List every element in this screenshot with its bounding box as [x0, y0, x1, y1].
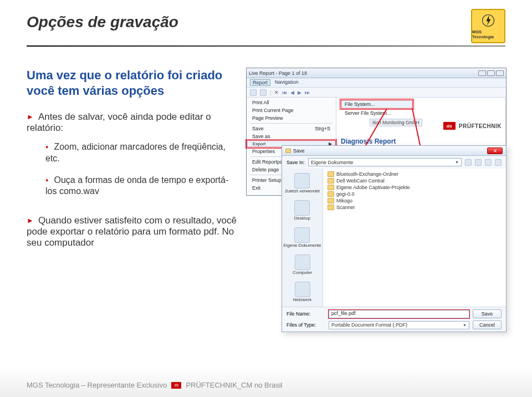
list-item[interactable]: Bluetooth-Exchange-Ordner [328, 171, 502, 177]
toolbar: | ✕ ⏮ ◀ ▶ ⏭ [247, 88, 506, 98]
list-item[interactable]: Dell WebCam Central [328, 177, 502, 184]
logo-label: MGS Tecnologia [472, 29, 504, 39]
list-item[interactable]: gegi-0.0 [328, 191, 502, 197]
footer: MGS Tecnologia – Representante Exclusivo… [27, 381, 505, 389]
print-icon[interactable] [250, 89, 257, 96]
places-network[interactable]: Netzwerk [293, 282, 311, 302]
window-title: Live Report - Page 1 of 18 [249, 70, 307, 76]
places-computer[interactable]: Computer [293, 255, 312, 275]
brand-name: PRÜFTECHNIK [459, 123, 502, 129]
folder-icon [285, 149, 291, 153]
save-dialog-title: Save [293, 148, 305, 154]
title-divider [27, 45, 505, 47]
menu-page-preview[interactable]: Page Preview [247, 114, 336, 122]
menu-print-current[interactable]: Print Current Page [247, 106, 336, 114]
filename-input[interactable]: pcf_file.pdf [329, 310, 469, 318]
computer-icon [295, 255, 310, 270]
places-documents[interactable]: Eigene Dokumente [283, 227, 321, 248]
footer-left: MGS Tecnologia – Representante Exclusivo [27, 381, 167, 389]
filename-label: File Name: [287, 311, 325, 317]
folder-icon [328, 185, 334, 190]
dialog-close-button[interactable]: ✕ [487, 147, 503, 154]
filetype-dropdown[interactable]: Portable Document Format (.PDF)▼ [329, 321, 469, 329]
mgs-logo: MGS Tecnologia [471, 9, 505, 43]
network-icon [295, 282, 310, 297]
folder-icon [328, 205, 334, 210]
footer-right: PRÜFTECHNIK_CM no Brasil [186, 381, 282, 389]
new-folder-icon[interactable] [485, 159, 492, 166]
submenu-file-system[interactable]: File System... [341, 100, 413, 109]
folder-icon [328, 191, 334, 197]
bullet-edit-before-save: Antes de salvar, você ainda pode editar … [27, 111, 237, 134]
folder-icon [328, 178, 334, 184]
folder-icon [328, 171, 334, 177]
menu-print-all[interactable]: Print All [247, 99, 336, 106]
recent-icon [294, 173, 310, 189]
nav-first-icon[interactable]: ⏮ [282, 90, 287, 95]
documents-icon [294, 227, 310, 243]
filetype-label: Files of Type: [287, 322, 325, 328]
save-icon[interactable] [260, 89, 267, 96]
db-logo-icon: db [443, 122, 456, 130]
nav-next-icon[interactable]: ▶ [298, 90, 301, 95]
list-item[interactable]: Scanner [328, 204, 502, 211]
subbullet-zoom: Zoom, adicionar marcadores de freqüência… [45, 141, 237, 165]
badge-monitoring: ition Monitoring GmbH [370, 119, 422, 126]
desktop-icon [294, 200, 310, 216]
save-dialog: Save ✕ Save In: Eigene Dokumente▼ Zuletz… [282, 145, 507, 332]
list-item[interactable]: Eigene Adobe Captivate-Projekte [328, 184, 502, 191]
page-title: Opções de gravação [27, 13, 178, 31]
up-folder-icon[interactable] [465, 159, 472, 166]
lead-heading: Uma vez que o relatório foi criado você … [27, 68, 237, 98]
savein-label: Save In: [287, 160, 305, 165]
window-minimize-button[interactable] [478, 70, 486, 76]
report-heading: Diagnosis Report [341, 138, 502, 145]
menu-save-as[interactable]: Save as [247, 133, 336, 140]
chevron-down-icon: ▼ [455, 160, 459, 164]
nav-prev-icon[interactable]: ◀ [290, 90, 294, 95]
menu-save[interactable]: SaveStrg+S [247, 125, 336, 133]
submenu-server-file-system[interactable]: Server File System... [341, 109, 413, 118]
bullet-export-pdf: Quando estiver satisfeito com o resultad… [27, 215, 237, 248]
menu-report[interactable]: Report [250, 79, 270, 86]
places-desktop[interactable]: Desktop [294, 200, 310, 221]
chevron-down-icon: ▼ [463, 323, 467, 327]
nav-last-icon[interactable]: ⏭ [305, 90, 310, 95]
places-recent[interactable]: Zuletzt verwendet [285, 173, 320, 194]
save-button[interactable]: Save [473, 309, 502, 318]
savein-dropdown[interactable]: Eigene Dokumente▼ [308, 158, 462, 166]
menu-navigation[interactable]: Navigation [275, 79, 299, 86]
folder-icon [328, 198, 334, 203]
subbullet-wav: Ouça a formas de onda de tempo e exportá… [45, 175, 237, 198]
nav-close-icon[interactable]: ✕ [274, 90, 279, 95]
home-icon[interactable] [475, 159, 482, 166]
list-view-icon[interactable] [495, 159, 502, 166]
db-logo-icon: db [171, 382, 181, 389]
lightning-gear-icon [480, 13, 496, 28]
folder-list: Bluetooth-Exchange-Ordner Dell WebCam Ce… [323, 169, 506, 307]
window-maximize-button[interactable] [487, 70, 495, 76]
list-item[interactable]: Mikogo [328, 197, 502, 204]
menubar: Report Navigation [247, 78, 506, 88]
cancel-button[interactable]: Cancel [473, 320, 502, 329]
window-close-button[interactable] [496, 70, 504, 76]
